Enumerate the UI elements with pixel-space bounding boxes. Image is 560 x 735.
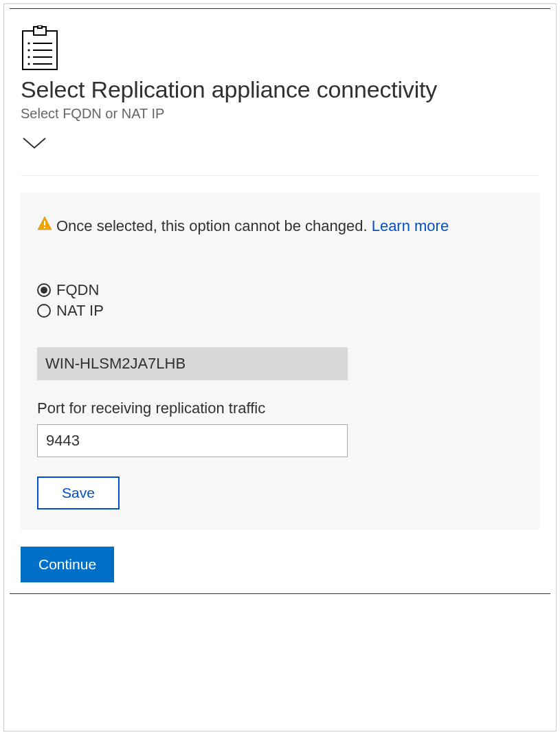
warning-text: Once selected, this option cannot be cha… bbox=[56, 213, 449, 239]
form-panel: Once selected, this option cannot be cha… bbox=[21, 193, 539, 530]
continue-button[interactable]: Continue bbox=[21, 547, 114, 582]
radio-fqdn-label: FQDN bbox=[56, 281, 99, 299]
save-button[interactable]: Save bbox=[37, 476, 120, 509]
section-divider bbox=[21, 175, 539, 176]
svg-rect-13 bbox=[44, 227, 45, 228]
svg-point-9 bbox=[27, 63, 30, 65]
warning-icon bbox=[37, 216, 52, 234]
clipboard-icon bbox=[21, 25, 59, 71]
radio-natip[interactable]: NAT IP bbox=[37, 302, 523, 320]
warning-message: Once selected, this option cannot be cha… bbox=[37, 213, 523, 239]
header-area: Select Replication appliance connectivit… bbox=[4, 9, 556, 122]
hostname-value: WIN-HLSM2JA7LHB bbox=[45, 355, 186, 373]
radio-natip-label: NAT IP bbox=[56, 302, 104, 320]
radio-indicator-selected bbox=[37, 283, 51, 297]
svg-rect-12 bbox=[44, 221, 45, 226]
bottom-divider bbox=[10, 593, 550, 594]
radio-fqdn[interactable]: FQDN bbox=[37, 281, 523, 299]
svg-point-7 bbox=[27, 56, 30, 58]
svg-rect-2 bbox=[38, 25, 42, 28]
warning-text-content: Once selected, this option cannot be cha… bbox=[56, 217, 372, 234]
page-title: Select Replication appliance connectivit… bbox=[21, 76, 539, 103]
dialog-container: Select Replication appliance connectivit… bbox=[3, 3, 557, 732]
radio-indicator-unselected bbox=[37, 304, 51, 318]
learn-more-link[interactable]: Learn more bbox=[372, 217, 449, 234]
connectivity-radio-group: FQDN NAT IP bbox=[37, 281, 523, 320]
svg-point-5 bbox=[27, 49, 30, 51]
hostname-field: WIN-HLSM2JA7LHB bbox=[37, 347, 348, 380]
port-input[interactable] bbox=[37, 424, 348, 457]
page-subtitle: Select FQDN or NAT IP bbox=[21, 106, 539, 122]
port-label: Port for receiving replication traffic bbox=[37, 399, 523, 417]
svg-point-3 bbox=[27, 42, 30, 44]
chevron-down-icon[interactable] bbox=[21, 135, 556, 155]
